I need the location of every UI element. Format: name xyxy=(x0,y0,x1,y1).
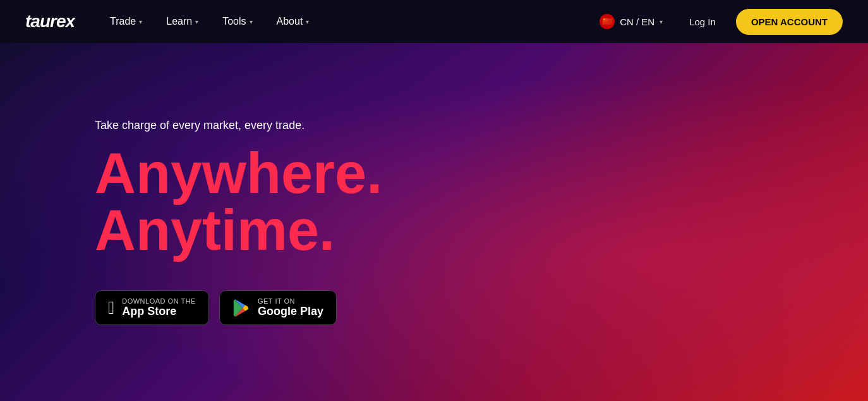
navbar: taurex Trade ▾ Learn ▾ Tools ▾ About ▾ 🇨… xyxy=(0,0,868,43)
nav-right: 🇨🇳 CN / EN ▾ Log In OPEN ACCOUNT xyxy=(593,9,843,35)
nav-item-tools[interactable]: Tools ▾ xyxy=(212,11,262,32)
language-selector[interactable]: 🇨🇳 CN / EN ▾ xyxy=(593,10,669,33)
open-account-button[interactable]: OPEN ACCOUNT xyxy=(736,9,843,35)
google-play-icon xyxy=(232,299,250,317)
hero-subtitle: Take charge of every market, every trade… xyxy=(95,119,773,132)
login-button[interactable]: Log In xyxy=(679,11,726,32)
appstore-label-top: Download on the xyxy=(122,297,196,305)
googleplay-label-top: GET IT ON xyxy=(258,297,323,305)
chevron-down-icon: ▾ xyxy=(250,18,253,25)
nav-item-learn[interactable]: Learn ▾ xyxy=(156,11,208,32)
nav-item-about[interactable]: About ▾ xyxy=(267,11,320,32)
chevron-down-icon: ▾ xyxy=(660,18,663,25)
appstore-button[interactable]:  Download on the App Store xyxy=(95,290,209,325)
appstore-label-bottom: App Store xyxy=(122,305,196,318)
china-flag-icon: 🇨🇳 xyxy=(600,14,615,29)
store-buttons:  Download on the App Store GET IT ON Go… xyxy=(95,290,773,325)
hero-title: Anywhere. Anytime. xyxy=(95,145,773,259)
apple-icon:  xyxy=(108,298,114,318)
chevron-down-icon: ▾ xyxy=(139,18,142,25)
chevron-down-icon: ▾ xyxy=(195,18,198,25)
chevron-down-icon: ▾ xyxy=(306,18,309,25)
googleplay-button[interactable]: GET IT ON Google Play xyxy=(219,290,337,325)
nav-item-trade[interactable]: Trade ▾ xyxy=(100,11,152,32)
hero-section: Take charge of every market, every trade… xyxy=(0,43,868,401)
googleplay-label-bottom: Google Play xyxy=(258,305,323,318)
nav-links: Trade ▾ Learn ▾ Tools ▾ About ▾ xyxy=(100,11,593,32)
brand-logo[interactable]: taurex xyxy=(25,11,75,32)
